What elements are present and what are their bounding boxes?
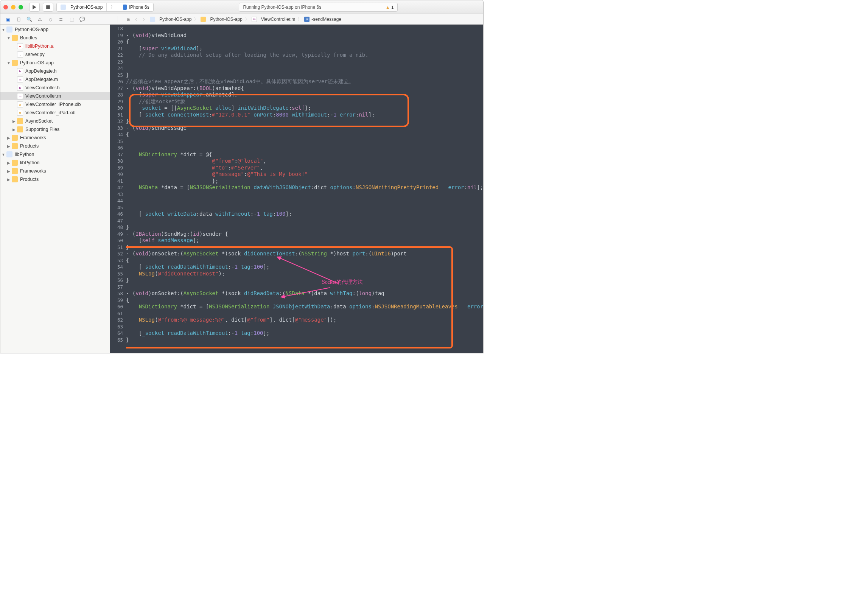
- tree-appdelegate-m[interactable]: mAppDelegate.m: [0, 75, 110, 84]
- activity-status: Running Python-iOS-app on iPhone 6s ▲ 1: [239, 3, 398, 12]
- tree-liblibpython[interactable]: aliblibPython.a: [0, 42, 110, 50]
- tree-root[interactable]: ▼Python-iOS-app: [0, 25, 110, 34]
- tree-supporting[interactable]: ▶Supporting Files: [0, 125, 110, 134]
- source-view[interactable]: - (void)viewDidLoad{ [super viewDidLoad]…: [126, 25, 483, 353]
- tree-products2[interactable]: ▶Products: [0, 175, 110, 184]
- search-icon[interactable]: 🔍: [26, 16, 32, 22]
- zoom-icon[interactable]: [19, 5, 23, 9]
- tree-frameworks2[interactable]: ▶Frameworks: [0, 167, 110, 175]
- warning-icon: ▲: [386, 5, 390, 9]
- code-editor[interactable]: 1819202122232425262728293031323334353637…: [110, 25, 483, 353]
- tree-viewcontroller-m[interactable]: mViewController.m: [0, 92, 110, 100]
- jump-folder[interactable]: Python-iOS-app: [198, 16, 244, 23]
- jump-file[interactable]: mViewController.m: [249, 16, 297, 23]
- stop-button[interactable]: [43, 3, 53, 12]
- project-navigator-icon[interactable]: ▣: [5, 16, 11, 22]
- test-navigator-icon[interactable]: ◇: [47, 16, 53, 22]
- project-navigator[interactable]: ▼Python-iOS-app ▼Bundles aliblibPython.a…: [0, 25, 110, 353]
- tree-bundles[interactable]: ▼Bundles: [0, 34, 110, 42]
- tree-libpython-folder[interactable]: ▶libPython: [0, 159, 110, 167]
- scheme-device-label: iPhone 6s: [129, 5, 149, 10]
- jump-project[interactable]: Python-iOS-app: [148, 16, 194, 23]
- tree-appdelegate-h[interactable]: hAppDelegate.h: [0, 67, 110, 75]
- tree-vc-ipad-xib[interactable]: xViewController_iPad.xib: [0, 109, 110, 117]
- warning-count: 1: [391, 5, 394, 9]
- scheme-app-label: Python-iOS-app: [70, 5, 103, 10]
- jump-method[interactable]: M-sendMessage: [302, 16, 344, 23]
- run-button[interactable]: [29, 3, 40, 12]
- report-navigator-icon[interactable]: 💬: [79, 16, 85, 22]
- phone-icon: [123, 5, 127, 10]
- tree-frameworks1[interactable]: ▶Frameworks: [0, 134, 110, 142]
- tree-vc-iphone-xib[interactable]: xViewController_iPhone.xib: [0, 100, 110, 109]
- scheme-selector[interactable]: Python-iOS-app 〉 iPhone 6s: [56, 3, 154, 12]
- minimize-icon[interactable]: [11, 5, 16, 9]
- breakpoint-navigator-icon[interactable]: ⬚: [68, 16, 75, 22]
- tree-libpython-proj[interactable]: ▼libPython: [0, 150, 110, 159]
- tree-asyncsocket[interactable]: ▶AsyncSocket: [0, 117, 110, 125]
- titlebar: Python-iOS-app 〉 iPhone 6s Running Pytho…: [0, 0, 483, 14]
- tree-app-folder[interactable]: ▼Python-iOS-app: [0, 59, 110, 67]
- related-items-button[interactable]: ⊞: [125, 16, 132, 23]
- tree-products1[interactable]: ▶Products: [0, 142, 110, 150]
- issue-navigator-icon[interactable]: ⚠: [37, 16, 43, 22]
- navigator-toolbar: ▣ ⌸ 🔍 ⚠ ◇ ≣ ⬚ 💬 ⊞ ‹ › Python-iOS-app 〉 P…: [0, 14, 483, 25]
- tree-serverpy[interactable]: .server.py: [0, 50, 110, 59]
- close-icon[interactable]: [3, 5, 8, 9]
- traffic-lights: [3, 5, 23, 9]
- symbol-navigator-icon[interactable]: ⌸: [16, 16, 22, 22]
- debug-navigator-icon[interactable]: ≣: [58, 16, 64, 22]
- line-gutter: 1819202122232425262728293031323334353637…: [110, 25, 126, 353]
- back-button[interactable]: ‹: [132, 16, 140, 23]
- status-text: Running Python-iOS-app on iPhone 6s: [243, 5, 321, 10]
- forward-button[interactable]: ›: [140, 16, 148, 23]
- tree-viewcontroller-h[interactable]: hViewController.h: [0, 84, 110, 92]
- svg-rect-0: [46, 5, 50, 9]
